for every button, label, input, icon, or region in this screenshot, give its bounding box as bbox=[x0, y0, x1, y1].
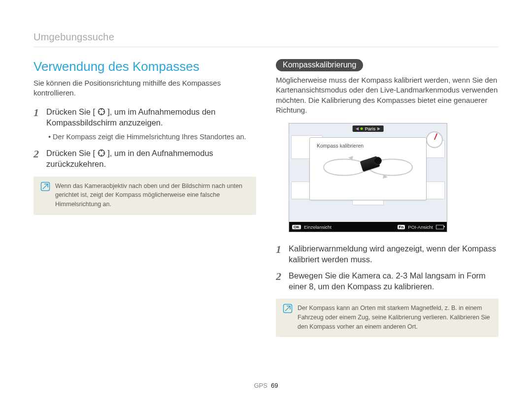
left-column: Verwendung des Kompasses Sie können die … bbox=[33, 59, 256, 337]
step-1: 1 Drücken Sie [ ], um im Aufnahmemodus d… bbox=[33, 106, 256, 128]
camera-screen-figure: ◀ Paris ▶ Kompass kalibrieren bbox=[289, 123, 447, 232]
note-box: Der Kompass kann an Orten mit starkem Ma… bbox=[276, 299, 499, 337]
note-text: Wenn das Kameraobjektiv nach oben und de… bbox=[55, 182, 249, 209]
crosshair-icon bbox=[98, 149, 105, 157]
step-1: 1 Kalibrierwarnmeldung wird angezeigt, w… bbox=[276, 243, 499, 265]
right-column: Kompasskalibrierung Möglicherweise muss … bbox=[276, 59, 499, 337]
dialog-title: Kompass kalibrieren bbox=[314, 143, 422, 149]
step-number: 1 bbox=[33, 107, 41, 128]
section-intro: Sie können die Positionsrichtung mithilf… bbox=[33, 78, 256, 98]
footer-section: GPS bbox=[254, 382, 267, 389]
step-text: Bewegen Sie die Kamera ca. 2-3 Mal langs… bbox=[289, 270, 499, 292]
step-2: 2 Bewegen Sie die Kamera ca. 2-3 Mal lan… bbox=[276, 270, 499, 292]
chevron-left-icon: ◀ bbox=[356, 126, 359, 131]
step-text: Kalibrierwarnmeldung wird angezeigt, wen… bbox=[289, 243, 499, 265]
step-2: 2 Drücken Sie [ ], um in den Aufnahmemod… bbox=[33, 148, 256, 170]
note-box: Wenn das Kameraobjektiv nach oben und de… bbox=[33, 177, 256, 215]
note-icon bbox=[283, 304, 293, 313]
step-number: 2 bbox=[276, 271, 284, 292]
city-label: Paris bbox=[365, 126, 376, 131]
ok-key-badge: OK bbox=[292, 225, 301, 229]
note-text: Der Kompass kann an Orten mit starkem Ma… bbox=[298, 304, 492, 331]
footer-page-number: 69 bbox=[271, 382, 278, 389]
fn-label: POI-Ansicht bbox=[408, 224, 433, 230]
chevron-right-icon: ▶ bbox=[377, 126, 380, 131]
compass-dial-icon bbox=[426, 131, 443, 148]
fn-key-badge: Fn bbox=[398, 225, 405, 229]
ok-label: Einzelansicht bbox=[304, 224, 332, 230]
calibration-dialog: Kompass kalibrieren bbox=[309, 137, 427, 200]
step-number: 1 bbox=[276, 244, 284, 265]
step-number: 2 bbox=[33, 149, 41, 170]
section-heading: Verwendung des Kompasses bbox=[33, 59, 256, 74]
crosshair-icon bbox=[98, 108, 105, 116]
divider bbox=[33, 47, 499, 47]
step-text-a: Drücken Sie [ bbox=[46, 149, 95, 157]
step-1-sub: Der Kompass zeigt die Himmelsrichtung Ih… bbox=[48, 133, 256, 141]
battery-icon bbox=[436, 225, 444, 229]
subsection-pill: Kompasskalibrierung bbox=[276, 59, 363, 71]
note-icon bbox=[40, 182, 50, 191]
figure-eight-icon bbox=[319, 154, 417, 181]
step-text-a: Drücken Sie [ bbox=[46, 107, 95, 116]
location-dot-icon bbox=[361, 127, 363, 130]
camera-footer-bar: OK Einzelansicht Fn POI-Ansicht bbox=[289, 222, 447, 232]
page-footer: GPS 69 bbox=[0, 382, 532, 389]
city-indicator: ◀ Paris ▶ bbox=[353, 125, 384, 132]
breadcrumb: Umgebungssuche bbox=[33, 31, 499, 43]
subsection-intro: Möglicherweise muss der Kompass kalibrie… bbox=[276, 75, 499, 115]
